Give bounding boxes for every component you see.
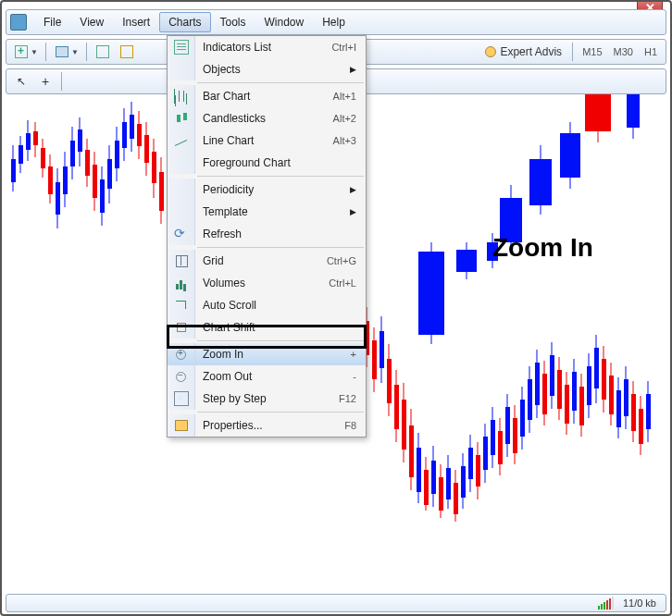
menu-item-label: Auto Scroll [195, 299, 366, 312]
candle [646, 94, 651, 592]
navigator-button[interactable] [116, 42, 138, 62]
timeframe-h1[interactable]: H1 [640, 44, 662, 59]
menu-item-shortcut: F12 [339, 393, 366, 404]
candle [380, 94, 384, 592]
candle [627, 94, 640, 592]
menu-item-zoom-in[interactable]: Zoom In+ [168, 343, 366, 365]
menu-item-shortcut: Alt+2 [333, 113, 366, 124]
new-chart-button[interactable] [10, 42, 32, 62]
menu-charts[interactable]: Charts [159, 12, 210, 32]
menu-item-template[interactable]: Template▶ [168, 201, 366, 223]
menu-item-shortcut: Ctrl+I [331, 42, 366, 53]
menu-item-label: Refresh [195, 228, 366, 240]
candle [26, 94, 31, 592]
menu-item-shortcut: - [353, 371, 366, 382]
candle [33, 94, 38, 592]
menu-item-properties[interactable]: Properties...F8 [168, 414, 366, 437]
candle [500, 94, 522, 592]
crosshair-button[interactable] [34, 71, 56, 92]
menu-item-label: Objects [195, 63, 350, 76]
menu-item-shortcut: + [351, 349, 366, 360]
candle [585, 94, 611, 592]
blank-icon [168, 179, 195, 201]
status-kb: 11/0 kb [623, 598, 656, 609]
blank-icon [168, 58, 195, 80]
zoomin-icon [168, 343, 195, 365]
separator [61, 72, 62, 91]
menu-item-label: Properties... [195, 419, 344, 432]
dropdown-arrow-icon[interactable]: ▼ [31, 48, 41, 56]
menu-view[interactable]: View [70, 12, 113, 32]
menu-item-label: Volumes [195, 277, 329, 290]
menu-item-label: Zoom In [195, 348, 351, 361]
line-icon [168, 129, 195, 152]
menu-item-bar-chart[interactable]: Bar ChartAlt+1 [168, 85, 366, 107]
menu-item-label: Foreground Chart [195, 156, 366, 169]
timeframe-m15[interactable]: M15 [578, 44, 606, 59]
menu-file[interactable]: File [34, 12, 70, 32]
charts-menu-dropdown: Indicators ListCtrl+IObjects▶Bar ChartAl… [167, 35, 367, 437]
menu-item-indicators-list[interactable]: Indicators ListCtrl+I [168, 36, 366, 58]
menu-separator [197, 340, 364, 341]
candle [372, 94, 377, 592]
candle [456, 94, 477, 592]
refresh-icon: ⟳ [168, 223, 195, 245]
vol-icon [168, 272, 195, 294]
menu-item-label: Chart Shift [195, 321, 366, 334]
menu-item-foreground-chart[interactable]: Foreground Chart [168, 152, 366, 174]
menu-window[interactable]: Window [255, 12, 314, 32]
menu-insert[interactable]: Insert [113, 12, 159, 32]
candle [409, 94, 414, 592]
menu-item-periodicity[interactable]: Periodicity▶ [168, 179, 366, 201]
candle [152, 94, 156, 592]
blank-icon [168, 152, 195, 174]
menu-item-refresh[interactable]: ⟳Refresh [168, 223, 366, 245]
menu-item-chart-shift[interactable]: Chart Shift [168, 316, 366, 339]
dropdown-arrow-icon[interactable]: ▼ [71, 48, 81, 56]
candle-icon [168, 107, 195, 129]
menu-item-line-chart[interactable]: Line ChartAlt+3 [168, 129, 366, 152]
menu-item-objects[interactable]: Objects▶ [168, 58, 366, 80]
menu-item-candlesticks[interactable]: CandlesticksAlt+2 [168, 107, 366, 129]
gear-icon [485, 46, 496, 57]
submenu-arrow-icon: ▶ [350, 185, 366, 194]
menu-item-label: Step by Step [195, 392, 339, 405]
candle [48, 94, 53, 592]
app-icon [10, 14, 27, 31]
menu-item-label: Indicators List [195, 41, 331, 54]
menu-item-label: Candlesticks [195, 112, 333, 125]
ind-icon [168, 36, 195, 58]
timeframe-m30[interactable]: M30 [609, 44, 638, 59]
expert-advisors-button[interactable]: Expert Advis [479, 45, 567, 58]
menu-item-auto-scroll[interactable]: Auto Scroll [168, 294, 366, 316]
candle [387, 94, 392, 592]
submenu-arrow-icon: ▶ [350, 65, 366, 74]
candle [107, 94, 112, 592]
blank-icon [168, 201, 195, 223]
candle [130, 94, 134, 592]
props-icon [168, 414, 195, 437]
menu-help[interactable]: Help [313, 12, 355, 32]
menu-item-step-by-step[interactable]: Step by StepF12 [168, 388, 366, 410]
candle [446, 94, 451, 592]
candle [78, 94, 82, 592]
candle [137, 94, 142, 592]
menu-item-shortcut: Ctrl+L [329, 277, 366, 289]
menu-item-zoom-out[interactable]: Zoom Out- [168, 365, 366, 388]
market-watch-button[interactable] [92, 42, 114, 62]
statusbar: 11/0 kb [6, 594, 666, 612]
menu-item-grid[interactable]: GridCtrl+G [168, 250, 366, 272]
menu-item-volumes[interactable]: VolumesCtrl+L [168, 272, 366, 294]
candle [394, 94, 399, 592]
candle [122, 94, 127, 592]
cursor-button[interactable] [10, 71, 32, 92]
menu-tools[interactable]: Tools [211, 12, 255, 32]
candle [418, 94, 444, 592]
connection-signal-icon [598, 597, 614, 610]
candle [93, 94, 97, 592]
profiles-button[interactable] [51, 42, 73, 62]
submenu-arrow-icon: ▶ [350, 207, 366, 216]
bar-icon [168, 85, 195, 107]
candle [11, 94, 16, 592]
candle [19, 94, 23, 592]
